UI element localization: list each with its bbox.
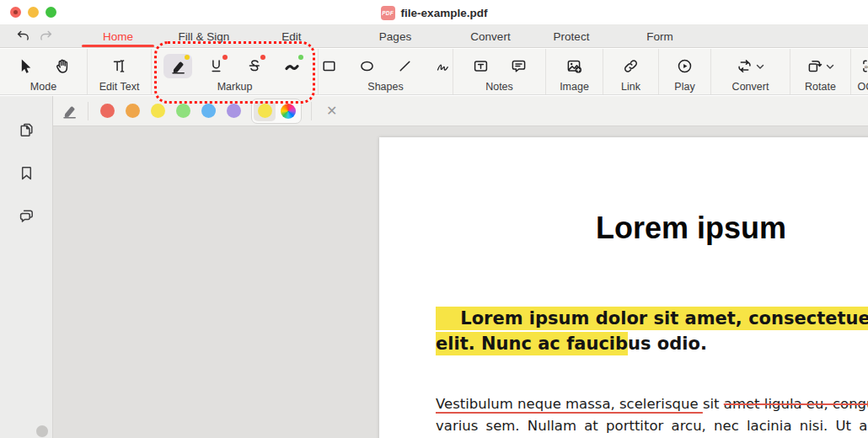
ellipse-tool-button[interactable] [352,54,381,78]
color-swatch-blue[interactable] [201,104,216,118]
comment-tool-button[interactable] [504,54,533,78]
select-tool-button[interactable] [10,54,39,78]
color-wheel-button[interactable] [277,101,299,121]
toolbar-group-icons [560,52,589,80]
toolbar-group-shapes: Shapes [319,49,453,94]
selected-color-swatch-yellow[interactable] [254,101,276,121]
color-swatch-red[interactable] [100,104,115,118]
tab-label: Home [103,30,133,43]
edit-text-icon [110,57,128,75]
tool-badge [185,55,190,60]
toolbar-group-icons [466,52,533,80]
scribble-icon [434,57,452,75]
body-segment: Vestibulum neque massa, scelerisque [436,396,703,412]
sidebar-bookmarks-button[interactable] [13,161,39,184]
heading-segment: Lorem ipsum dolor sit amet, consectetuer [436,307,868,330]
document-body: Vestibulum neque massa, scelerisque sit … [436,393,868,437]
app-window: PDF file-example.pdf HomeFill & SignEdit… [0,0,868,438]
toolbar-group-icons [731,52,770,80]
body-line: varius sem. Nullam at porttitor arcu, ne… [436,415,868,437]
hand-icon [54,57,72,75]
body-segment: sit [703,396,724,412]
color-swatch-purple[interactable] [227,104,241,118]
color-swatch-yellow[interactable] [151,104,165,118]
toolbar-group-label: Image [560,81,589,93]
tab-edit[interactable]: Edit [251,25,332,47]
toolbar-group-play: Play [659,49,711,94]
strikethrough-tool-button[interactable] [239,54,268,78]
strikethrough-icon [245,57,263,75]
body-line: Vestibulum neque massa, scelerisque sit … [436,393,868,415]
toolbar-group-label: Shapes [367,81,403,93]
toolbar-group-icons: ocr [855,52,868,80]
link-tool-button[interactable] [617,54,646,78]
redo-icon [39,29,55,45]
insert-image-tool-button[interactable] [560,54,589,78]
zoom-window-button[interactable] [46,7,56,18]
tab-convert[interactable]: Convert [458,25,522,47]
sidebar-annotations-list-button[interactable] [13,204,39,227]
hand-tool-button[interactable] [48,54,77,78]
traffic-lights [10,7,56,18]
toolbar-group-label: Markup [217,81,253,93]
tab-protect[interactable]: Protect [522,25,620,47]
close-window-button[interactable] [10,7,21,18]
redo-button[interactable] [36,27,56,45]
minimize-window-button[interactable] [28,7,39,18]
pane-resize-handle[interactable] [36,425,48,437]
toolbar-group-icons [617,52,646,80]
close-color-bar-button[interactable]: ✕ [321,104,342,118]
chevron-down-icon [825,62,835,71]
convert-tool-button[interactable] [731,54,770,78]
tab-label: Convert [470,30,510,43]
ocr-tool-button[interactable]: ocr [855,54,868,78]
divider [88,102,88,120]
underline-tool-button[interactable] [201,54,230,78]
rotate-tool-button[interactable] [801,54,840,78]
tool-badge [298,55,303,60]
highlighter-icon [61,102,78,120]
tab-form[interactable]: Form [620,25,699,47]
tab-label: Protect [554,30,590,43]
scribble-tool-button[interactable] [428,54,457,78]
heading-segment: us odio. [628,334,707,354]
titlebar: PDF file-example.pdf [0,0,868,25]
chevron-down-icon [755,62,765,71]
play-icon [676,57,694,75]
marker-tool-button[interactable] [277,54,306,78]
color-swatch-green[interactable] [176,104,190,118]
body-segment: amet ligula eu, congue [724,396,868,412]
thumbnails-icon [18,121,35,139]
close-edited-dot [13,10,18,14]
left-sidebar [0,96,53,438]
cursor-arrow-icon [16,57,34,75]
text-note-tool-button[interactable] [466,54,495,78]
line-tool-button[interactable] [390,54,419,78]
edit-text-tool-button[interactable] [105,54,134,78]
window-title-area: PDF file-example.pdf [381,4,488,20]
tab-home[interactable]: Home [79,25,157,47]
highlight-tool-button[interactable] [163,54,192,78]
heading-line: elit. Nunc ac faucibus odio. [436,331,868,356]
toolbar-group-icons [671,52,699,80]
tab-pages[interactable]: Pages [332,25,458,47]
undo-button[interactable] [12,27,32,45]
toolbar-group-ocr: ocrOCR [851,49,868,94]
active-tab-underline [82,45,154,47]
color-swatch-orange[interactable] [126,104,140,118]
tab-fill-sign[interactable]: Fill & Sign [157,25,251,47]
divider [311,102,312,120]
sidebar-page-thumbnails-button[interactable] [13,118,39,142]
toolbar-group-icons [163,52,306,80]
tab-label: Edit [281,30,301,43]
toolbar: ModeEdit TextMarkupShapesNotesImageLinkP… [0,49,868,95]
toolbar-group-label: Play [674,81,694,93]
toolbar-group-convert: Convert [711,49,790,94]
toolbar-group-rotate: Rotate [790,49,851,94]
play-tool-button[interactable] [671,54,699,78]
window-title: file-example.pdf [401,7,488,19]
toolbar-group-notes: Notes [453,49,546,94]
comments-icon [18,207,35,225]
rectangle-tool-button[interactable] [314,54,343,78]
marker-icon [283,57,301,75]
